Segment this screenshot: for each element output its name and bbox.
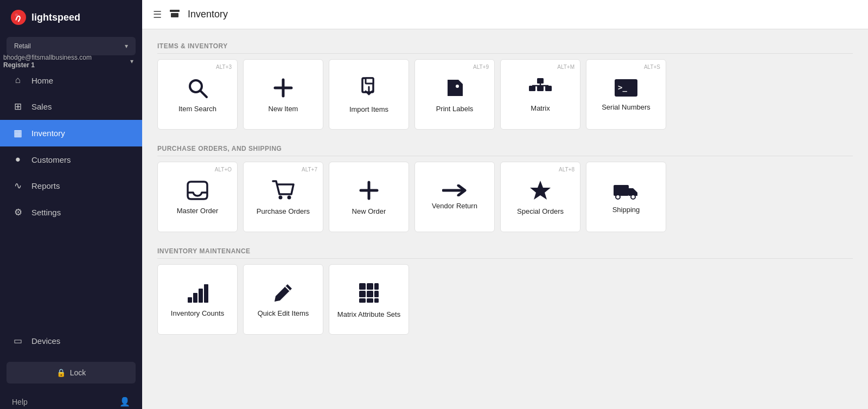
matrix-icon bbox=[528, 77, 553, 99]
svg-rect-12 bbox=[537, 86, 544, 91]
card-new-item[interactable]: New Item bbox=[243, 59, 323, 130]
sidebar-collapse-icon[interactable]: ▾ bbox=[130, 57, 133, 65]
main-content: ITEMS & INVENTORY ALT+3 Item Search bbox=[142, 29, 868, 409]
svg-rect-1 bbox=[170, 10, 180, 12]
card-matrix[interactable]: ALT+M Matrix bbox=[500, 59, 580, 130]
card-purchase-orders[interactable]: ALT+7 Purchase Orders bbox=[243, 162, 323, 232]
card-vendor-return[interactable]: Vendor Return bbox=[414, 162, 495, 232]
barchart-icon bbox=[186, 282, 209, 304]
account-dropdown-label: Retail bbox=[14, 42, 31, 50]
card-special-orders[interactable]: ALT+8 Special Orders bbox=[500, 162, 580, 232]
card-print-labels[interactable]: ALT+9 Print Labels bbox=[414, 59, 495, 130]
section-items-label: ITEMS & INVENTORY bbox=[157, 42, 853, 54]
sidebar-item-devices-label: Devices bbox=[31, 336, 60, 346]
reports-icon: ∿ bbox=[12, 180, 24, 191]
import-icon bbox=[357, 76, 381, 100]
shortcut-special-orders: ALT+8 bbox=[559, 167, 575, 172]
svg-rect-8 bbox=[366, 78, 373, 84]
sidebar-item-reports[interactable]: ∿ Reports bbox=[0, 172, 142, 199]
svg-point-27 bbox=[631, 195, 635, 199]
topbar-inventory-icon bbox=[169, 9, 180, 20]
svg-rect-31 bbox=[204, 284, 208, 303]
logo-area: lightspeed bbox=[0, 0, 142, 35]
svg-rect-34 bbox=[367, 283, 373, 290]
account-email: bhodge@fitsmallbusiness.com bbox=[3, 54, 130, 61]
svg-point-9 bbox=[456, 85, 459, 88]
truck-icon bbox=[612, 181, 640, 200]
card-new-order[interactable]: New Order bbox=[329, 162, 409, 232]
svg-line-4 bbox=[200, 91, 207, 97]
grid-icon bbox=[357, 281, 381, 305]
account-info: Retail bbox=[14, 42, 31, 50]
home-icon: ⌂ bbox=[12, 75, 24, 86]
svg-rect-38 bbox=[374, 291, 379, 297]
card-shipping-label: Shipping bbox=[612, 206, 640, 214]
label-icon bbox=[443, 76, 466, 99]
card-serial-numbers[interactable]: ALT+S >_ Serial Numbers bbox=[586, 59, 666, 130]
help-label[interactable]: Help bbox=[12, 398, 28, 406]
card-matrix-attribute-sets[interactable]: Matrix Attribute Sets bbox=[329, 264, 409, 335]
svg-rect-11 bbox=[529, 86, 535, 91]
svg-rect-25 bbox=[614, 185, 629, 196]
card-item-search[interactable]: ALT+3 Item Search bbox=[157, 59, 238, 130]
maintenance-cards-grid: Inventory Counts Quick Edit Items bbox=[157, 264, 853, 335]
svg-rect-39 bbox=[359, 298, 366, 303]
section-maintenance-label: INVENTORY MAINTENANCE bbox=[157, 247, 853, 259]
section-inventory-maintenance: INVENTORY MAINTENANCE Inventory Counts bbox=[157, 247, 853, 335]
card-quick-edit-label: Quick Edit Items bbox=[258, 309, 309, 317]
terminal-icon: >_ bbox=[614, 78, 639, 98]
arrow-right-icon bbox=[442, 184, 467, 196]
sidebar-item-sales[interactable]: ⊞ Sales bbox=[0, 93, 142, 120]
shortcut-item-search: ALT+3 bbox=[216, 64, 232, 70]
card-import-items[interactable]: Import Items bbox=[329, 59, 409, 130]
devices-icon: ▭ bbox=[12, 335, 24, 347]
svg-rect-13 bbox=[545, 86, 552, 91]
svg-rect-33 bbox=[359, 283, 366, 290]
inbox-icon bbox=[186, 180, 209, 201]
sidebar-item-devices[interactable]: ▭ Devices bbox=[0, 328, 142, 354]
section-items-inventory: ITEMS & INVENTORY ALT+3 Item Search bbox=[157, 42, 853, 130]
card-master-order-label: Master Order bbox=[177, 207, 219, 215]
sidebar-item-settings[interactable]: ⚙ Settings bbox=[0, 199, 142, 226]
svg-rect-2 bbox=[171, 13, 178, 17]
lock-label: Lock bbox=[70, 368, 86, 377]
svg-rect-29 bbox=[193, 293, 197, 303]
lock-icon: 🔒 bbox=[56, 368, 66, 377]
hamburger-icon[interactable]: ☰ bbox=[153, 9, 162, 21]
shortcut-matrix: ALT+M bbox=[557, 64, 575, 70]
card-vendor-return-label: Vendor Return bbox=[432, 202, 477, 210]
card-master-order[interactable]: ALT+O Master Order bbox=[157, 162, 238, 232]
svg-point-26 bbox=[616, 195, 620, 199]
card-matrix-label: Matrix bbox=[531, 104, 550, 112]
sidebar: lightspeed Retail ▾ bhodge@fitsmallbusin… bbox=[0, 0, 142, 409]
svg-rect-37 bbox=[367, 291, 373, 297]
section-purchase-orders: PURCHASE ORDERS, AND SHIPPING ALT+O Mast… bbox=[157, 145, 853, 232]
lock-button[interactable]: 🔒 Lock bbox=[7, 362, 136, 384]
svg-text:>_: >_ bbox=[618, 83, 627, 92]
card-quick-edit-items[interactable]: Quick Edit Items bbox=[243, 264, 323, 335]
account-selector[interactable]: Retail ▾ bbox=[7, 37, 136, 55]
svg-marker-24 bbox=[530, 181, 551, 200]
card-new-order-label: New Order bbox=[352, 207, 386, 215]
sidebar-item-reports-label: Reports bbox=[31, 181, 60, 190]
shortcut-master-order: ALT+O bbox=[215, 167, 232, 172]
sidebar-item-inventory[interactable]: ▦ Inventory bbox=[0, 120, 142, 146]
sales-icon: ⊞ bbox=[12, 101, 24, 112]
topbar-title: Inventory bbox=[188, 9, 228, 20]
card-inventory-counts-label: Inventory Counts bbox=[171, 309, 224, 317]
svg-point-20 bbox=[288, 195, 291, 199]
sidebar-item-home[interactable]: ⌂ Home bbox=[0, 67, 142, 93]
card-special-orders-label: Special Orders bbox=[517, 207, 564, 215]
shortcut-serial-numbers: ALT+S bbox=[644, 64, 660, 70]
card-shipping[interactable]: Shipping bbox=[586, 162, 666, 232]
sidebar-item-customers[interactable]: ● Customers bbox=[0, 146, 142, 172]
sidebar-item-home-label: Home bbox=[31, 76, 53, 85]
topbar: ☰ Inventory bbox=[142, 0, 868, 29]
card-serial-numbers-label: Serial Numbers bbox=[602, 103, 650, 111]
card-inventory-counts[interactable]: Inventory Counts bbox=[157, 264, 238, 335]
card-item-search-label: Item Search bbox=[178, 105, 216, 113]
card-new-item-label: New Item bbox=[269, 105, 298, 113]
inventory-nav-icon: ▦ bbox=[12, 127, 24, 139]
svg-rect-28 bbox=[188, 297, 192, 303]
shortcut-print-labels: ALT+9 bbox=[473, 64, 489, 70]
